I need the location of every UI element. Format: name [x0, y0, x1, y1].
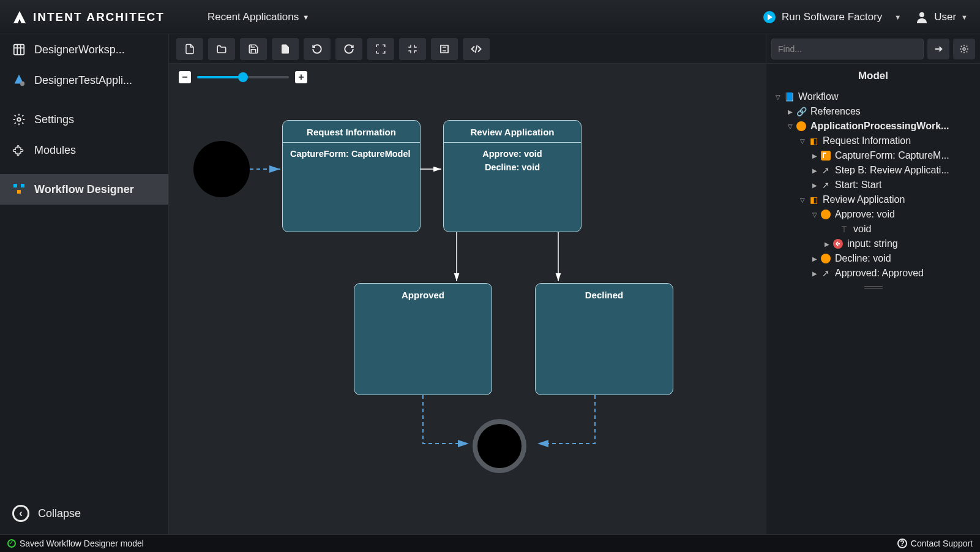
search-go-button[interactable]: ➔ [927, 39, 949, 59]
diagram[interactable]: Request Information CaptureForm: Capture… [169, 64, 766, 534]
svg-point-0 [919, 12, 924, 17]
tree-request-info[interactable]: ▽◧Request Information [770, 134, 976, 148]
collapse-icon [407, 43, 418, 55]
end-node[interactable] [473, 419, 526, 473]
run-software-factory-button[interactable]: Run Software Factory [763, 11, 882, 23]
brand-text: INTENT ARCHITECT [33, 10, 165, 24]
top-bar: INTENT ARCHITECT Recent Applications ▼ R… [0, 0, 980, 34]
tree-approved[interactable]: ▶↗Approved: Approved [770, 266, 976, 281]
undo-button[interactable] [304, 38, 331, 60]
success-icon [7, 539, 16, 548]
layout-icon [439, 43, 450, 55]
tree-decline[interactable]: ▶Decline: void [770, 251, 976, 266]
user-menu[interactable]: User ▼ [915, 10, 968, 25]
undo-icon [312, 43, 323, 55]
tree-review[interactable]: ▽◧Review Application [770, 192, 976, 207]
code-icon [471, 43, 482, 55]
search-input[interactable] [771, 39, 924, 59]
node-approved[interactable]: Approved [354, 283, 492, 395]
tree-app-processing[interactable]: ▽ApplicationProcessingWork... [770, 119, 976, 134]
canvas-toolbar [169, 34, 766, 64]
right-panel: ➔ Model ▽📘Workflow ▶🔗References ▽Applica… [766, 34, 980, 534]
logo-icon [12, 10, 27, 25]
puzzle-icon [12, 143, 26, 157]
sidebar-item-workflow-designer[interactable]: Workflow Designer [0, 174, 168, 205]
tree-captureform[interactable]: ▶CaptureForm: CaptureM... [770, 148, 976, 163]
tree-input[interactable]: ▶input: string [770, 236, 976, 251]
app-icon [12, 74, 26, 87]
left-sidebar: DesignerWorksp... DesignerTestAppli... S… [0, 34, 169, 534]
run-factory-caret-icon[interactable]: ▼ [894, 13, 901, 21]
status-message: Saved Workflow Designer model [20, 539, 144, 548]
layout-button[interactable] [431, 38, 458, 60]
sidebar-item-settings[interactable]: Settings [0, 104, 168, 135]
sidebar-item-workspace[interactable]: DesignerWorksp... [0, 34, 168, 65]
tree-references[interactable]: ▶🔗References [770, 104, 976, 119]
contact-support-link[interactable]: ? Contact Support [897, 539, 973, 548]
user-icon [915, 10, 929, 25]
collapse-sidebar-button[interactable]: ‹ Collapse [0, 495, 168, 534]
caret-down-icon: ▼ [961, 13, 968, 21]
expand-button[interactable] [367, 38, 394, 60]
tree-workflow[interactable]: ▽📘Workflow [770, 89, 976, 104]
model-tree: ▽📘Workflow ▶🔗References ▽ApplicationProc… [766, 87, 980, 283]
panel-divider[interactable] [766, 284, 980, 288]
settings-gear-button[interactable] [953, 39, 975, 59]
workflow-icon [12, 183, 26, 196]
svg-point-14 [963, 48, 965, 50]
tree-start[interactable]: ▶↗Start: Start [770, 178, 976, 192]
save-button[interactable] [240, 38, 267, 60]
redo-button[interactable] [335, 38, 362, 60]
export-icon [280, 43, 291, 55]
open-button[interactable] [208, 38, 235, 60]
help-icon: ? [897, 539, 907, 548]
node-declined[interactable]: Declined [535, 283, 673, 395]
export-button[interactable] [272, 38, 299, 60]
svg-point-5 [20, 81, 24, 86]
sidebar-item-modules[interactable]: Modules [0, 135, 168, 165]
svg-rect-1 [14, 45, 24, 55]
svg-rect-7 [441, 45, 448, 53]
new-file-button[interactable] [176, 38, 203, 60]
node-review-application[interactable]: Review Application Approve: void Decline… [443, 120, 582, 232]
file-icon [184, 43, 195, 55]
expand-icon [375, 43, 386, 55]
gear-icon [959, 44, 969, 54]
collapse-button[interactable] [399, 38, 426, 60]
recent-apps-dropdown[interactable]: Recent Applications ▼ [208, 11, 309, 23]
chevron-left-icon: ‹ [12, 505, 29, 522]
start-node[interactable] [193, 141, 250, 197]
logo[interactable]: INTENT ARCHITECT [12, 10, 165, 25]
canvas-area[interactable]: − + Request Informa [169, 34, 766, 534]
node-request-information[interactable]: Request Information CaptureForm: Capture… [282, 120, 421, 232]
tree-approve[interactable]: ▽Approve: void [770, 207, 976, 222]
svg-point-6 [17, 118, 21, 121]
sidebar-item-app[interactable]: DesignerTestAppli... [0, 65, 168, 96]
tree-void[interactable]: Tvoid [770, 222, 976, 236]
caret-down-icon: ▼ [302, 13, 309, 21]
status-bar: Saved Workflow Designer model ? Contact … [0, 534, 980, 552]
folder-icon [216, 43, 227, 55]
code-button[interactable] [463, 38, 490, 60]
svg-rect-15 [821, 151, 831, 161]
play-icon [763, 11, 776, 23]
redo-icon [343, 43, 354, 55]
gear-icon [12, 113, 26, 126]
save-icon [248, 43, 259, 55]
panel-title: Model [766, 64, 980, 87]
grid-icon [12, 43, 26, 56]
tree-step-b[interactable]: ▶↗Step B: Review Applicati... [770, 163, 976, 178]
